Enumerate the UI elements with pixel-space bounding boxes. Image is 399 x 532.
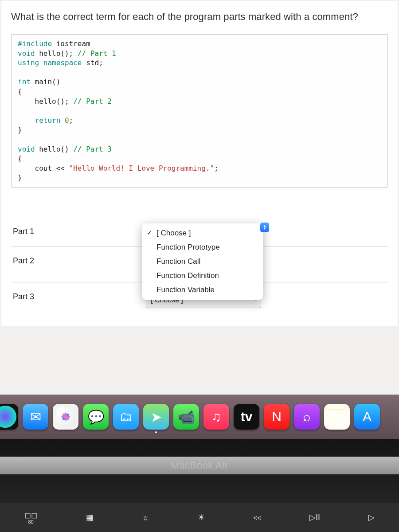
code-block: #include iostream void hello(); // Part … (11, 34, 388, 188)
dock-appstore-icon[interactable]: A (354, 404, 380, 430)
dock-podcasts-icon[interactable]: ⌕ (294, 404, 320, 430)
dropdown-option-definition[interactable]: Function Definition (142, 269, 263, 283)
dock-music-icon[interactable]: ♫ (203, 404, 229, 430)
question-card: What is the correct term for each of the… (1, 0, 398, 326)
dock-folder-icon[interactable]: 🗂 (113, 404, 139, 430)
dock-photos-icon[interactable] (53, 404, 78, 430)
part3-label: Part 3 (11, 292, 146, 301)
fn-key-f5[interactable]: ☼ (142, 513, 149, 522)
part2-label: Part 2 (11, 256, 146, 266)
dock-notes-icon[interactable]: ✎ (324, 404, 350, 430)
answer-row-part1: Part 1 ▲▼ [ Choose ] Function Prototype … (11, 217, 388, 246)
dock-maps-icon[interactable]: ➤ (143, 404, 169, 430)
part1-dropdown-menu: ▲▼ [ Choose ] Function Prototype Functio… (142, 223, 263, 300)
fn-key-rewind[interactable]: ◃◃ (253, 512, 261, 522)
fn-key-f1[interactable]: ◻︎◻︎80 (24, 510, 38, 524)
fn-key-playpause[interactable]: ▷II (309, 512, 320, 522)
dropdown-option-call[interactable]: Function Call (142, 254, 263, 269)
laptop-hinge-label: MacBook Air (0, 457, 399, 474)
dock-siri-icon[interactable] (0, 404, 18, 430)
keyboard-fn-row: ◻︎◻︎80 ▦ ☼ ☀ ◃◃ ▷II ▷ (0, 503, 399, 532)
question-text: What is the correct term for each of the… (11, 11, 388, 23)
dropdown-option-choose[interactable]: [ Choose ] (142, 226, 263, 240)
dock-mail-icon[interactable]: ✉︎ (23, 404, 48, 430)
fn-key-forward[interactable]: ▷ (368, 512, 375, 522)
dock-messages-icon[interactable]: 💬 (83, 404, 109, 430)
dropdown-option-prototype[interactable]: Function Prototype (142, 240, 263, 254)
fn-key-f6[interactable]: ☀ (198, 512, 205, 522)
fn-key-f3[interactable]: ▦ (86, 512, 94, 522)
macos-dock: ✉︎ 💬 🗂 ➤ (0, 395, 399, 439)
part1-label: Part 1 (11, 227, 146, 236)
dock-news-icon[interactable]: N (264, 404, 289, 430)
answers-table: Part 1 ▲▼ [ Choose ] Function Prototype … (11, 217, 388, 318)
dock-tv-icon[interactable]: tv (234, 404, 259, 430)
dock-facetime-icon[interactable]: 📹 (173, 404, 199, 430)
dropdown-option-variable[interactable]: Function Variable (142, 283, 263, 297)
